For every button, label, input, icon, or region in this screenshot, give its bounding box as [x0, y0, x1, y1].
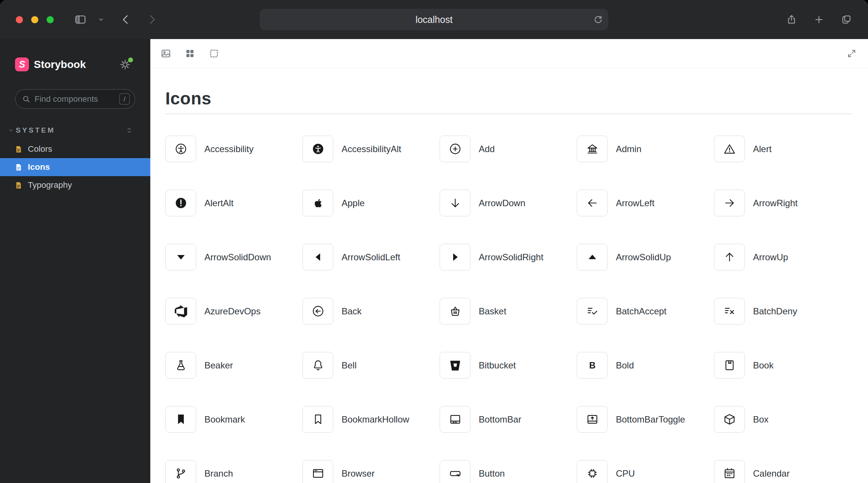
icon-label: AzureDevOps [204, 306, 260, 317]
icon-item: Beaker [165, 352, 302, 379]
apple-icon [302, 190, 333, 216]
arrowup-icon [714, 244, 745, 270]
back-icon [302, 298, 333, 325]
box-icon [714, 406, 745, 433]
sidebar-item-typography[interactable]: Typography [0, 176, 150, 194]
sidebar-section-system[interactable]: SYSTEM [8, 126, 133, 134]
icon-item: CPU [577, 460, 714, 483]
canvas-toolbar [150, 39, 868, 68]
branch-icon [165, 460, 196, 483]
icon-label: CPU [616, 468, 635, 479]
expand-icon[interactable] [847, 48, 857, 59]
brand-name: Storybook [34, 59, 86, 71]
bold-icon: B [577, 352, 608, 379]
reload-icon[interactable] [593, 15, 603, 24]
icon-item: Alert [714, 136, 851, 162]
icon-item: ArrowSolidLeft [302, 244, 440, 270]
bitbucket-icon [440, 352, 470, 379]
icon-label: ArrowSolidRight [479, 252, 543, 263]
icon-item: BatchDeny [714, 298, 851, 325]
icon-label: ArrowUp [753, 252, 788, 263]
grid-icon[interactable] [185, 48, 195, 59]
icon-item: Branch [165, 460, 302, 483]
address-bar[interactable]: localhost [260, 9, 608, 30]
sidebar-toggle-icon[interactable] [74, 14, 86, 26]
icon-item: Book [714, 352, 851, 379]
icon-item: Bookmark [165, 406, 302, 433]
icon-item: Back [302, 298, 440, 325]
icon-item: AlertAlt [165, 190, 302, 216]
icon-label: ArrowRight [753, 198, 798, 208]
title-divider [165, 113, 853, 114]
icon-item: Bitbucket [440, 352, 577, 379]
beaker-icon [165, 352, 196, 379]
search-box[interactable]: / [15, 89, 135, 109]
tab-overview-icon[interactable] [841, 15, 851, 25]
icon-label: Add [479, 144, 495, 154]
icon-item: Button [440, 460, 577, 483]
bell-icon [302, 352, 333, 379]
book-icon [714, 352, 745, 379]
brand-row: S Storybook [0, 39, 150, 71]
admin-icon [577, 136, 608, 162]
icon-item: Accessibility [165, 136, 302, 162]
new-tab-icon[interactable] [814, 15, 824, 25]
search-input[interactable] [35, 94, 119, 104]
document-icon [15, 163, 23, 171]
icon-item: Apple [302, 190, 440, 216]
sidebar: S Storybook / SYSTEM [0, 39, 150, 483]
icon-label: Book [753, 360, 774, 371]
minimize-button[interactable] [31, 16, 38, 23]
share-icon[interactable] [786, 15, 797, 25]
shortcut-badge: / [119, 93, 130, 105]
icon-item: Calendar [714, 460, 851, 483]
sidebar-item-icons[interactable]: Icons [0, 158, 150, 176]
sidebar-items: ColorsIconsTypography [0, 140, 150, 194]
arrowsolidleft-icon [302, 244, 333, 270]
icon-item: BottomBar [440, 406, 577, 433]
zoom-button[interactable] [47, 16, 54, 23]
batchdeny-icon [714, 298, 745, 325]
bottombartoggle-icon [577, 406, 608, 433]
icon-label: Branch [204, 468, 233, 479]
icon-item: ArrowSolidDown [165, 244, 302, 270]
icons-grid: AccessibilityAccessibilityAltAddAdminAle… [165, 136, 853, 483]
arrowsolidup-icon [577, 244, 608, 270]
icon-item: ArrowDown [440, 190, 577, 216]
photo-icon[interactable] [161, 48, 171, 59]
storybook-logo[interactable]: S [15, 57, 29, 71]
sidebar-item-label: Colors [28, 144, 52, 154]
chevron-down-icon[interactable] [98, 16, 104, 23]
bottombar-icon [440, 406, 470, 433]
page-title: Icons [165, 88, 853, 109]
icon-label: Alert [753, 144, 771, 154]
icon-label: ArrowSolidLeft [342, 252, 400, 263]
azuredevops-icon [165, 298, 196, 325]
add-icon [440, 136, 470, 162]
back-button[interactable] [120, 14, 131, 25]
outline-icon[interactable] [209, 48, 219, 59]
main-panel: Icons AccessibilityAccessibilityAltAddAd… [150, 39, 868, 483]
gear-icon[interactable] [119, 59, 131, 70]
sidebar-item-label: Typography [28, 180, 72, 190]
forward-button[interactable] [147, 14, 158, 25]
button-icon [440, 460, 470, 483]
close-button[interactable] [16, 16, 23, 23]
safari-window: localhost S Storybook [0, 0, 868, 483]
icon-label: ArrowSolidUp [616, 252, 671, 263]
icon-label: Bell [342, 360, 357, 371]
icon-label: Admin [616, 144, 641, 154]
arrowleft-icon [577, 190, 608, 216]
traffic-lights [16, 0, 54, 39]
icon-label: Bookmark [204, 414, 245, 425]
icon-item: AccessibilityAlt [302, 136, 440, 162]
collapse-expand-icon[interactable] [126, 127, 133, 134]
browser-chrome: localhost [0, 0, 868, 39]
search-icon [22, 95, 30, 103]
sidebar-item-colors[interactable]: Colors [0, 140, 150, 158]
icon-item: Add [440, 136, 577, 162]
accessibility-icon [165, 136, 196, 162]
section-label: SYSTEM [16, 126, 55, 134]
icon-label: Calendar [753, 468, 789, 479]
alert-icon [714, 136, 745, 162]
